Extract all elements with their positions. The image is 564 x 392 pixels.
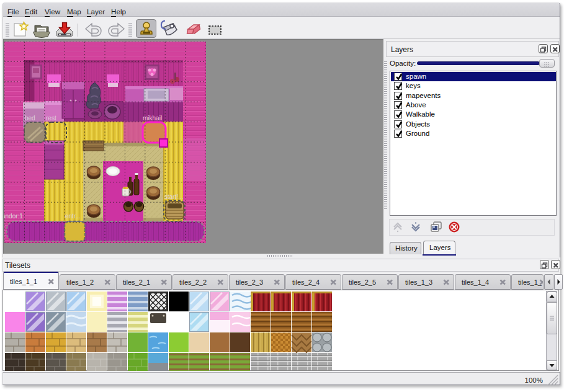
svg-text:start!...: start!... bbox=[164, 194, 184, 200]
svg-text:mikhail: mikhail bbox=[143, 115, 162, 122]
svg-text:rest: rest bbox=[46, 115, 56, 122]
svg-text:andor:1: andor:1 bbox=[4, 213, 23, 220]
svg-text:bed: bed bbox=[25, 115, 35, 122]
svg-text:entr...: entr... bbox=[65, 213, 81, 220]
